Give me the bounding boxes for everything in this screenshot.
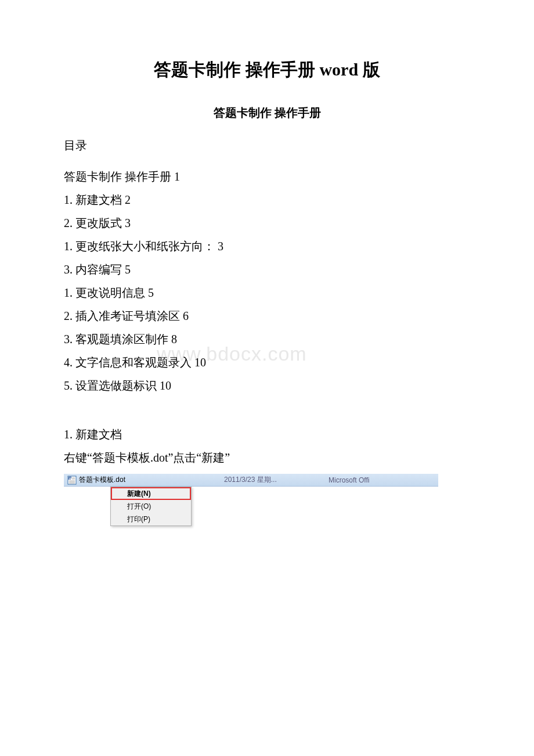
- file-row[interactable]: W 答题卡模板.dot 2011/3/23 星期... Microsoft Of…: [64, 474, 438, 487]
- toc-item: 2. 更改版式 3: [64, 211, 470, 235]
- toc-item: 5. 设置选做题标识 10: [64, 374, 470, 397]
- page-subtitle: 答题卡制作 操作手册: [64, 105, 470, 121]
- svg-text:W: W: [69, 476, 72, 480]
- page-title: 答题卡制作 操作手册 word 版: [64, 58, 470, 82]
- menu-item-open[interactable]: 打开(O): [111, 500, 191, 513]
- word-file-icon: W: [67, 476, 77, 485]
- toc-item: 2. 插入准考证号填涂区 6: [64, 304, 470, 327]
- toc-item: 1. 更改纸张大小和纸张方向： 3: [64, 235, 470, 258]
- toc-item: 答题卡制作 操作手册 1: [64, 165, 470, 188]
- toc-item: 3. 内容编写 5: [64, 258, 470, 281]
- file-name: 答题卡模板.dot: [79, 475, 224, 485]
- section-1-header: 1. 新建文档: [64, 423, 470, 446]
- explorer-screenshot: W 答题卡模板.dot 2011/3/23 星期... Microsoft Of…: [64, 474, 438, 526]
- section-1-text: 右键“答题卡模板.dot”点击“新建”: [64, 446, 470, 469]
- menu-item-print[interactable]: 打印(P): [111, 513, 191, 525]
- toc-item: 1. 更改说明信息 5: [64, 281, 470, 304]
- menu-item-new[interactable]: 新建(N): [111, 487, 191, 500]
- file-date: 2011/3/23 星期...: [224, 475, 317, 485]
- context-menu: 新建(N) 打开(O) 打印(P): [110, 487, 192, 526]
- toc-item: 4. 文字信息和客观题录入 10: [64, 351, 470, 374]
- toc-item: 3. 客观题填涂区制作 8: [64, 327, 470, 351]
- toc-label: 目录: [64, 135, 470, 156]
- toc-item: 1. 新建文档 2: [64, 188, 470, 211]
- file-type: Microsoft Offi: [317, 476, 438, 484]
